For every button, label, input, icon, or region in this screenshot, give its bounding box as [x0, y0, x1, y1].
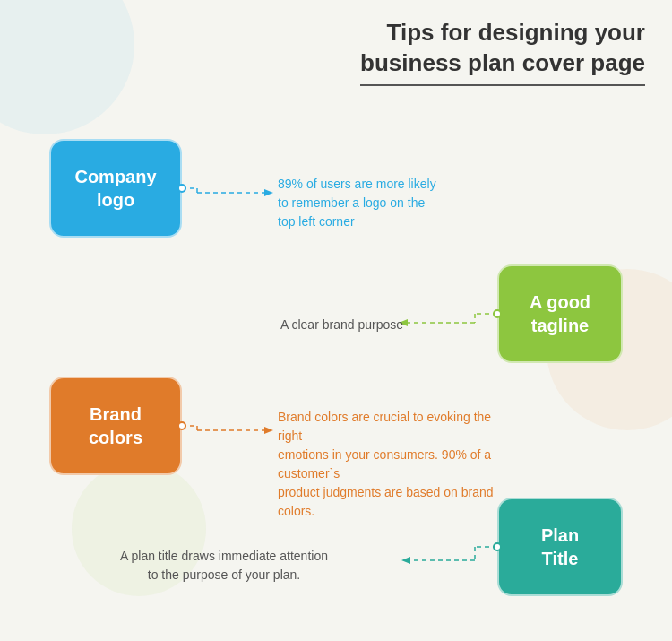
title-area: Tips for designing your business plan co… — [360, 18, 645, 86]
company-logo-description: 89% of users are more likelyto remember … — [278, 175, 466, 231]
svg-marker-11 — [264, 427, 273, 434]
tagline-box: A goodtagline — [497, 264, 623, 363]
plan-title-description: A plan title draws immediate attentionto… — [108, 547, 340, 585]
svg-marker-15 — [401, 557, 410, 564]
bg-deco-1 — [0, 0, 134, 134]
brand-colors-label: Brandcolors — [89, 403, 142, 449]
plan-title-label: PlanTitle — [541, 524, 579, 570]
dot-tagline — [493, 309, 502, 318]
brand-colors-box: Brandcolors — [49, 377, 182, 475]
title-underline — [360, 84, 645, 86]
page-container: Tips for designing your business plan co… — [0, 0, 672, 641]
company-logo-label: Companylogo — [74, 165, 156, 212]
plan-title-box: PlanTitle — [497, 498, 623, 596]
dot-plan-title — [493, 542, 502, 551]
dot-company-logo — [177, 184, 186, 193]
brand-colors-description: Brand colors are crucial to evoking the … — [278, 408, 502, 521]
tagline-label: A goodtagline — [530, 290, 590, 337]
company-logo-box: Companylogo — [49, 139, 182, 238]
tagline-description: A clear brand purpose — [206, 316, 403, 334]
dot-brand-colors — [177, 421, 186, 430]
svg-marker-3 — [264, 189, 273, 196]
page-title: Tips for designing your business plan co… — [360, 18, 645, 79]
